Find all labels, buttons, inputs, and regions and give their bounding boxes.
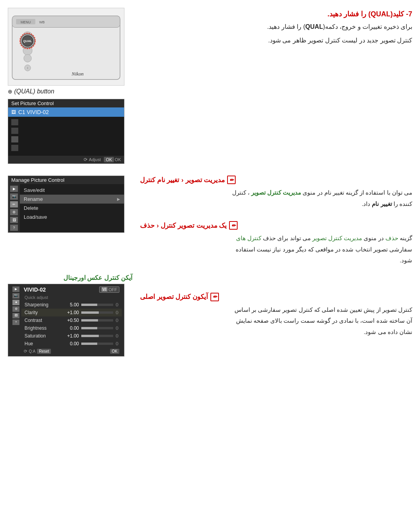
vivid-row-brightness: Brightness 0.00 ⟨⟩ [21, 324, 122, 332]
svg-text:QUAL: QUAL [23, 39, 32, 43]
spc-header: Set Picture Control [8, 99, 124, 107]
vivid-sidebar-icon-5: 🖼 [12, 313, 19, 318]
mpc-header: Manage Picture Control [8, 176, 124, 184]
rename-section: Manage Picture Control ▶ 📷 ✏ ⚙ 🖼 ? Save/… [8, 176, 412, 266]
mpc-row-loadsave: Load/save [20, 213, 124, 221]
delete-note-desc: گزینه حذف در منوی مدیریت کنترل تصویر می … [140, 233, 412, 266]
vivid-title: VIVID-02 [24, 286, 46, 293]
spc-item-4 [8, 144, 124, 152]
vivid-sidebar-icon-6: ? [12, 320, 19, 325]
vivid-footer: ⟳ Q:A Reset OK [21, 348, 122, 355]
vivid-badge: VI OFF [99, 286, 119, 293]
delete-note-icon: ✏ [229, 221, 238, 230]
mpc-sidebar-icon-1: ▶ [10, 186, 18, 192]
manage-pc-left: Manage Picture Control ▶ 📷 ✏ ⚙ 🖼 ? Save/… [8, 176, 132, 266]
svg-point-11 [24, 54, 32, 62]
spc-item-1 [8, 118, 124, 126]
section-7-left: MENU WB QUAL i Ni [8, 8, 132, 164]
manage-pc-screenshot: Manage Picture Control ▶ 📷 ✏ ⚙ 🖼 ? Save/… [8, 176, 124, 233]
rename-note-right: ✏ مدیریت تصویر ‹ تغییر نام کنترل می توان… [140, 176, 412, 266]
delete-note-container: ✏ یک مدیریت تصویر کنترل ‹ حذف گزینه حذف … [140, 221, 412, 266]
vivid-sidebar-icon-2: 📷 [12, 293, 19, 299]
rename-note-desc: می توان با استفاده از گزینه تغییر نام در… [140, 187, 412, 209]
svg-text:Nikon: Nikon [71, 71, 84, 77]
vivid-footer-right: OK [110, 349, 119, 354]
svg-text:MENU: MENU [21, 20, 31, 24]
orig-icon-right: ✏ آیکون کنترل تصویر اصلی کنترل تصویر از … [140, 274, 412, 357]
vivid-row-saturation: Saturation +1.00 ⟨⟩ [21, 332, 122, 340]
vivid-row-clarity: Clarity +1.00 ⟨⟩ [21, 309, 122, 316]
svg-text:WB: WB [39, 20, 45, 24]
original-control-note-icon: ✏ [210, 293, 219, 301]
mpc-content: Save/edit Rename ▶ Delete Load/save [20, 184, 124, 232]
delete-note-title: ✏ یک مدیریت تصویر کنترل ‹ حذف [140, 221, 412, 230]
vivid-screenshot: ▶ 📷 ★ ⚙ 🖼 ? VIVID-02 VI [8, 284, 124, 357]
spc-item-2 [8, 127, 124, 135]
spc-footer: ⟳ Adjust OK OK [8, 156, 124, 163]
mpc-row-delete: Delete [20, 204, 124, 213]
vivid-content: Quick adjust Sharpening 5.00 ⟨⟩ [21, 294, 122, 348]
orig-icon-label: آیکن کنترل عکس اورجینال [8, 274, 132, 281]
vivid-sidebar-icon-active: ★ [12, 300, 19, 305]
mpc-sidebar-icon-3: ✏ [10, 201, 18, 207]
original-control-note-title: ✏ آیکون کنترل تصویر اصلی [140, 293, 412, 301]
qual-button-label: ⊕ (QUAL) button [8, 88, 54, 95]
rename-note-title: ✏ مدیریت تصویر ‹ تغییر نام کنترل [140, 176, 412, 184]
vivid-header: ▶ 📷 ★ ⚙ 🖼 ? VIVID-02 VI [8, 284, 124, 356]
spc-body [8, 117, 124, 156]
mpc-sidebar: ▶ 📷 ✏ ⚙ 🖼 ? [8, 184, 20, 232]
mpc-sidebar-icon-6: ? [10, 225, 18, 231]
spc-selected-row: 🖼 C1 VIVID-02 [8, 107, 124, 117]
vivid-sidebar-icon-4: ⚙ [12, 306, 19, 312]
vivid-sidebar: ▶ 📷 ★ ⚙ 🖼 ? [10, 285, 21, 355]
mpc-row-save: Save/edit [20, 186, 124, 195]
vivid-footer-left: ⟳ Q:A Reset [24, 349, 51, 354]
original-icon-section: آیکن کنترل عکس اورجینال ▶ 📷 ★ ⚙ 🖼 ? [8, 274, 412, 357]
camera-diagram: MENU WB QUAL i Ni [8, 8, 124, 86]
mpc-sidebar-icon-2: 📷 [10, 193, 18, 200]
mpc-row-rename: Rename ▶ [20, 195, 124, 204]
vivid-sidebar-icon-1: ▶ [12, 286, 19, 292]
mpc-sidebar-icon-5: 🖼 [10, 217, 18, 223]
set-picture-control-screenshot: Set Picture Control 🖼 C1 VIVID-02 [8, 99, 124, 164]
step-desc: برای ذخیره تغییرات و خروج، دکمه(QUAL) را… [140, 21, 412, 46]
vivid-row-quick: Quick adjust [21, 294, 122, 301]
mpc-body: ▶ 📷 ✏ ⚙ 🖼 ? Save/edit Rename ▶ [8, 184, 124, 232]
rename-note-icon: ✏ [227, 176, 236, 184]
section-7-right: 7- کلید(QUAL) را فشار دهید. برای ذخیره ت… [140, 8, 412, 164]
mpc-sidebar-icon-4: ⚙ [10, 209, 18, 215]
section-7: MENU WB QUAL i Ni [8, 8, 412, 164]
spc-item-3 [8, 135, 124, 143]
vivid-row-sharpening: Sharpening 5.00 ⟨⟩ [21, 301, 122, 309]
original-control-note-desc: کنترل تصویر از پیش تعیین شده اصلی که کنت… [140, 304, 412, 338]
orig-icon-left: آیکن کنترل عکس اورجینال ▶ 📷 ★ ⚙ 🖼 ? [8, 274, 132, 357]
step-title: 7- کلید(QUAL) را فشار دهید. [140, 10, 412, 18]
vivid-row-hue: Hue 0.00 ⟨⟩ [21, 340, 122, 348]
page-content: MENU WB QUAL i Ni [8, 8, 412, 357]
vivid-row-contrast: Contrast +0.50 ⟨⟩ [21, 316, 122, 324]
